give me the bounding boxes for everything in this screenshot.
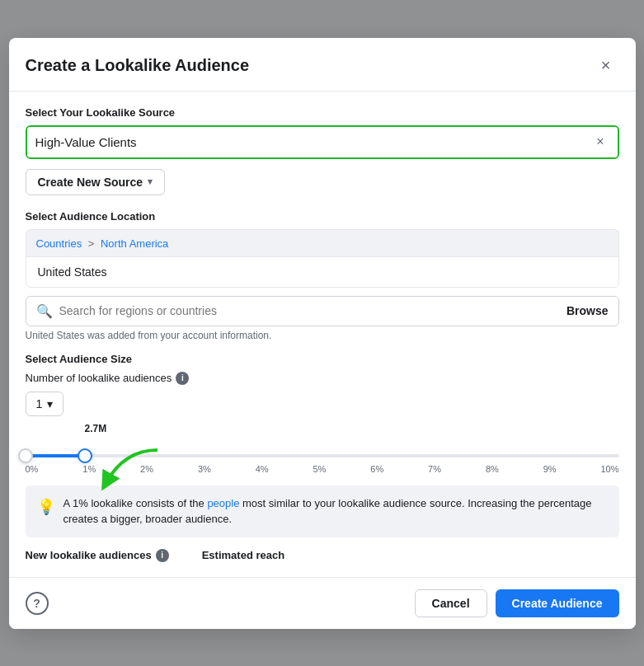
modal-footer: ? Cancel Create Audience: [9, 577, 636, 629]
lookalike-modal: Create a Lookalike Audience × Select You…: [9, 38, 636, 629]
tick-8: 8%: [486, 464, 499, 474]
modal-overlay: Create a Lookalike Audience × Select You…: [0, 0, 644, 666]
location-search-input[interactable]: [59, 304, 560, 317]
browse-button[interactable]: Browse: [566, 304, 609, 317]
breadcrumb: Countries > North America: [36, 237, 169, 250]
people-link[interactable]: people: [207, 497, 239, 509]
slider-fill: [26, 454, 85, 457]
breadcrumb-current: North America: [101, 237, 168, 250]
modal-title: Create a Lookalike Audience: [26, 56, 250, 75]
bulb-icon: 💡: [37, 496, 55, 518]
count-chevron-icon: ▾: [47, 397, 53, 410]
chevron-down-icon: ▾: [148, 176, 153, 187]
tick-5: 5%: [313, 464, 326, 474]
location-label: Select Audience Location: [26, 210, 619, 223]
tick-0: 0%: [26, 464, 39, 474]
search-icon: 🔍: [36, 303, 53, 319]
modal-body: Select Your Lookalike Source × Create Ne…: [9, 91, 636, 577]
location-selected-box: United States: [26, 256, 619, 288]
location-search-row: 🔍 Browse: [26, 296, 619, 326]
size-sublabel: Number of lookalike audiences i: [26, 372, 619, 385]
slider-container: 2.7M: [26, 423, 619, 474]
create-new-label: Create New Source: [38, 176, 143, 189]
size-section-label: Select Audience Size: [26, 353, 619, 365]
slider-bubble: 2.7M: [85, 423, 619, 434]
slider-thumb-right[interactable]: [78, 448, 92, 463]
create-new-source-button[interactable]: Create New Source ▾: [26, 169, 166, 195]
modal-header: Create a Lookalike Audience ×: [9, 38, 636, 91]
count-value: 1: [36, 397, 43, 410]
breadcrumb-countries-link[interactable]: Countries: [36, 237, 82, 250]
source-section: Select Your Lookalike Source × Create Ne…: [26, 106, 619, 195]
source-box: ×: [26, 125, 619, 159]
selected-country: United States: [38, 265, 107, 279]
source-input-row: ×: [27, 127, 618, 157]
new-audiences-label: New lookalike audiences i: [26, 549, 169, 562]
tick-10: 10%: [600, 464, 618, 474]
bottom-labels: New lookalike audiences i Estimated reac…: [26, 549, 285, 562]
size-section: Select Audience Size Number of lookalike…: [26, 353, 619, 474]
help-icon[interactable]: ?: [26, 592, 49, 615]
tick-4: 4%: [256, 464, 269, 474]
audience-count-dropdown[interactable]: 1 ▾: [26, 392, 64, 416]
slider-thumb-left[interactable]: [18, 448, 33, 463]
info-box: 💡 A 1% lookalike consists of the people …: [26, 485, 619, 537]
tick-6: 6%: [370, 464, 383, 474]
source-input[interactable]: [35, 127, 592, 157]
breadcrumb-bar: Countries > North America: [26, 229, 619, 256]
tick-7: 7%: [428, 464, 441, 474]
location-hint: United States was added from your accoun…: [26, 330, 619, 341]
cancel-button[interactable]: Cancel: [415, 589, 487, 617]
info-text: A 1% lookalike consists of the people mo…: [63, 495, 608, 528]
estimated-reach-label: Estimated reach: [202, 549, 284, 562]
breadcrumb-separator: >: [88, 237, 95, 250]
create-audience-button[interactable]: Create Audience: [496, 589, 619, 617]
source-clear-button[interactable]: ×: [591, 131, 609, 152]
bottom-row: New lookalike audiences i Estimated reac…: [26, 549, 619, 562]
source-section-label: Select Your Lookalike Source: [26, 106, 619, 119]
audiences-info-icon[interactable]: i: [156, 549, 169, 562]
close-button[interactable]: ×: [593, 53, 619, 79]
sublabel-info-icon[interactable]: i: [176, 372, 189, 385]
tick-9: 9%: [543, 464, 557, 474]
location-section: Select Audience Location Countries > Nor…: [26, 210, 619, 341]
tick-3: 3%: [198, 464, 211, 474]
green-arrow-icon: [92, 446, 166, 491]
footer-buttons: Cancel Create Audience: [415, 589, 619, 617]
